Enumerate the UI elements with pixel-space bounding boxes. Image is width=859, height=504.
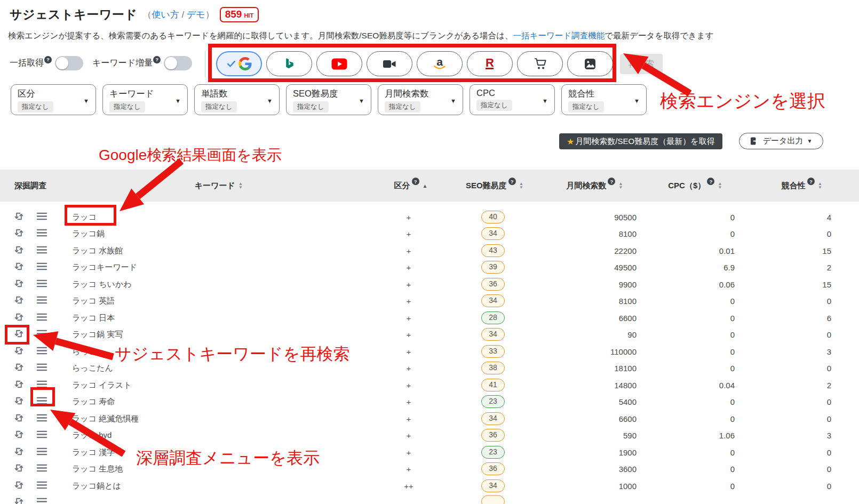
research-again-icon[interactable] [13,311,25,325]
keyword-cell[interactable]: ラッコ鍋 実写 [72,330,123,340]
engine-video-button[interactable] [367,51,412,76]
controls-row: 一括取得? キーワード増量? aR 再検索 [0,51,859,77]
research-again-icon[interactable] [13,395,25,409]
deep-research-menu-icon[interactable] [36,446,47,458]
keyword-cell[interactable]: ラッコ ちいかわ [72,279,132,289]
filter-dropdown-CPC[interactable]: CPC指定なし▼ [470,84,555,115]
deep-research-menu-icon[interactable] [36,312,47,323]
usage-link[interactable]: 使い方 [152,10,179,20]
deep-research-menu-icon[interactable] [36,228,47,239]
competitiveness-cell: 2 [747,263,831,272]
filter-dropdown-キーワード[interactable]: キーワード指定なし▼ [102,84,188,115]
research-again-icon[interactable] [13,378,25,392]
research-again-icon[interactable] [13,227,25,241]
filter-dropdown-SEO難易度[interactable]: SEO難易度指定なし▼ [286,84,371,115]
research-again-icon[interactable] [13,260,25,274]
deep-research-menu-icon[interactable] [36,480,47,491]
deep-research-menu-icon[interactable] [36,396,47,407]
column-header-monthly-search-volume[interactable]: 月間検索数?▲▼ [545,170,644,202]
deep-research-menu-icon[interactable] [36,262,47,273]
keyword-cell[interactable]: ラッコ 英語 [72,296,115,306]
engine-youtube-button[interactable] [316,51,362,76]
help-icon[interactable]: ? [608,178,615,185]
research-again-icon[interactable] [13,428,25,442]
column-header-seo-difficulty[interactable]: SEO難易度?▲▼ [449,170,540,202]
keyword-cell[interactable]: らっこ [72,346,97,356]
column-header-competitiveness[interactable]: 競合性?▲▼ [759,170,845,202]
deep-research-menu-icon[interactable] [36,245,47,256]
research-again-icon[interactable] [13,277,25,291]
keyword-cell[interactable]: ラッコ 水族館 [72,245,123,255]
research-button[interactable]: 再検索 [620,54,663,74]
research-again-icon[interactable] [13,445,25,459]
export-button[interactable]: データ出力 ▼ [739,133,823,149]
kubun-cell: + [373,414,444,423]
bulk-keyword-research-link[interactable]: 一括キーワード調査機能 [513,31,605,40]
deep-research-menu-icon[interactable] [36,211,47,222]
research-again-icon[interactable] [13,462,25,476]
deep-research-menu-icon[interactable] [36,346,47,357]
engine-rakuten-button[interactable]: R [467,51,513,76]
column-header-kubun[interactable]: 区分?▲ [373,170,448,202]
research-again-icon[interactable] [13,294,25,308]
research-again-icon[interactable] [13,495,25,504]
help-icon[interactable]: ? [153,56,161,63]
deep-research-menu-icon[interactable] [36,497,47,504]
research-again-icon[interactable] [13,361,25,375]
keyword-cell[interactable]: らっこたん [72,363,113,373]
help-icon[interactable]: ? [508,178,516,185]
research-again-icon[interactable] [13,412,25,426]
sort-icon[interactable]: ▲▼ [718,182,722,189]
engine-image-button[interactable] [567,51,613,76]
monthly-search-volume-cell: 90 [536,330,637,339]
research-again-icon[interactable] [13,345,25,358]
monthly-search-volume-cell: 5400 [536,397,637,406]
engine-amazon-button[interactable]: a [417,51,463,76]
keyword-cell[interactable]: ラッコキーワード [72,262,137,273]
filter-dropdown-区分[interactable]: 区分指定なし▼ [11,84,96,115]
cpc-cell: 0 [643,313,735,322]
research-again-icon[interactable] [13,479,25,493]
keyword-cell[interactable]: ラッコ [72,212,97,222]
engine-bing-button[interactable] [266,51,312,76]
keyword-cell[interactable]: ラッコ byd [72,430,112,441]
sort-icon[interactable]: ▲▼ [618,182,623,189]
keyword-cell[interactable]: ラッコ 寿命 [72,397,115,407]
keyword-boost-toggle[interactable] [164,56,192,70]
bulk-fetch-toggle[interactable] [55,56,83,70]
deep-research-menu-icon[interactable] [36,463,47,475]
keyword-cell[interactable]: ラッコ 日本 [72,313,115,323]
filter-dropdown-月間検索数[interactable]: 月間検索数指定なし▼ [378,84,463,115]
deep-research-menu-icon[interactable] [36,278,47,290]
keyword-cell[interactable]: ラッコ鍋 [72,229,105,239]
keyword-cell[interactable]: ラッコ イラスト [72,380,132,390]
fetch-latest-button[interactable]: ★ 月間検索数/SEO難易度（最新）を取得 [559,133,722,149]
filter-dropdown-単語数[interactable]: 単語数指定なし▼ [194,84,280,115]
help-icon[interactable]: ? [707,178,714,185]
research-again-icon[interactable] [13,210,25,224]
help-icon[interactable]: ? [412,178,419,185]
column-header-keyword[interactable]: キーワード▲▼ [181,170,256,202]
research-again-icon[interactable] [13,244,25,258]
keyword-cell[interactable]: ラッコ 絶滅危惧種 [72,413,139,423]
keyword-cell[interactable]: ラッコ鍋とは [72,481,121,491]
column-header-cpc[interactable]: CPC（$）?▲▼ [647,170,744,202]
sort-icon[interactable]: ▲▼ [818,182,822,189]
deep-research-menu-icon[interactable] [36,430,47,441]
deep-research-menu-icon[interactable] [36,363,47,374]
sort-icon[interactable]: ▲▼ [238,182,243,189]
filter-dropdown-競合性[interactable]: 競合性指定なし▼ [561,84,647,115]
keyword-cell[interactable]: ラッコ 生息地 [72,464,123,474]
deep-research-menu-icon[interactable] [36,329,47,340]
help-icon[interactable]: ? [807,178,815,185]
keyword-cell[interactable]: ラッコ 漢字 [72,447,115,457]
demo-link[interactable]: デモ [187,10,205,20]
engine-shopping-button[interactable] [517,51,563,76]
engine-google-button[interactable] [216,51,262,76]
help-icon[interactable]: ? [44,56,52,63]
deep-research-menu-icon[interactable] [36,379,47,390]
research-again-icon[interactable] [13,327,25,341]
deep-research-menu-icon[interactable] [36,295,47,307]
sort-icon[interactable]: ▲▼ [519,182,523,189]
deep-research-menu-icon[interactable] [36,413,47,424]
